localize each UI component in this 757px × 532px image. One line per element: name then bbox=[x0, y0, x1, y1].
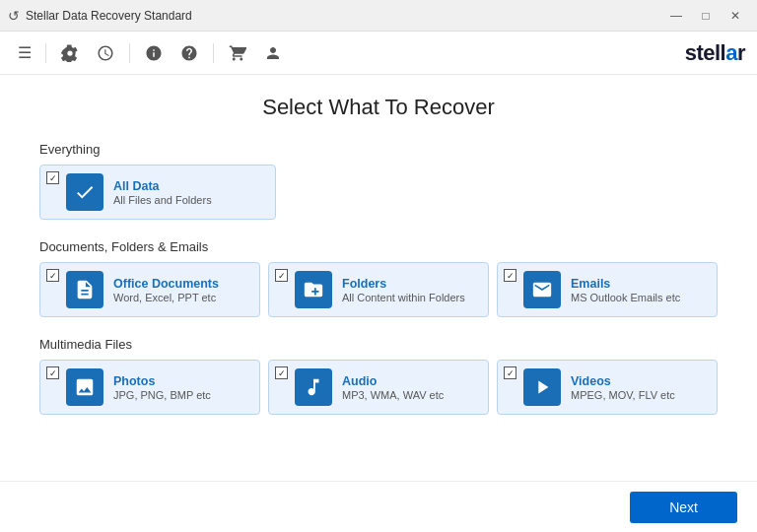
checkbox-folders[interactable] bbox=[275, 269, 288, 282]
card-photos[interactable]: Photos JPG, PNG, BMP etc bbox=[39, 360, 260, 415]
card-all-data[interactable]: All Data All Files and Folders bbox=[39, 165, 276, 220]
videos-text: Videos MPEG, MOV, FLV etc bbox=[571, 374, 675, 401]
window-controls: — □ ✕ bbox=[662, 6, 749, 26]
minimize-button[interactable]: — bbox=[662, 6, 690, 26]
photos-subtitle: JPG, PNG, BMP etc bbox=[113, 389, 211, 401]
audio-icon bbox=[303, 376, 324, 398]
footer: Next bbox=[0, 481, 757, 532]
cards-row-documents: Office Documents Word, Excel, PPT etc Fo… bbox=[39, 262, 718, 317]
app-icon: ↺ bbox=[8, 8, 20, 24]
menu-icon[interactable]: ☰ bbox=[12, 39, 37, 66]
all-data-text: All Data All Files and Folders bbox=[113, 179, 212, 206]
emails-icon-wrap bbox=[523, 271, 561, 308]
checkbox-all-data[interactable] bbox=[46, 171, 59, 184]
folders-icon-wrap bbox=[295, 271, 332, 308]
settings-button[interactable] bbox=[54, 37, 86, 69]
folders-title: Folders bbox=[342, 277, 465, 291]
section-label-multimedia: Multimedia Files bbox=[39, 337, 718, 352]
emails-title: Emails bbox=[571, 277, 680, 291]
all-data-icon-wrap bbox=[66, 173, 103, 211]
section-multimedia: Multimedia Files Photos JPG, PNG, BMP et… bbox=[39, 337, 718, 415]
emails-text: Emails MS Outlook Emails etc bbox=[571, 277, 680, 303]
all-data-title: All Data bbox=[113, 179, 212, 193]
checkbox-videos[interactable] bbox=[504, 366, 516, 379]
history-button[interactable] bbox=[90, 37, 121, 69]
checkmark-icon bbox=[74, 181, 96, 203]
audio-title: Audio bbox=[342, 374, 444, 388]
all-data-subtitle: All Files and Folders bbox=[113, 194, 212, 206]
card-emails[interactable]: Emails MS Outlook Emails etc bbox=[497, 262, 718, 317]
checkbox-photos[interactable] bbox=[46, 366, 59, 379]
card-office-docs[interactable]: Office Documents Word, Excel, PPT etc bbox=[39, 262, 260, 317]
checkbox-emails[interactable] bbox=[504, 269, 516, 282]
office-docs-title: Office Documents bbox=[113, 277, 219, 291]
title-bar-text: Stellar Data Recovery Standard bbox=[26, 9, 192, 23]
close-button[interactable]: ✕ bbox=[722, 6, 749, 26]
audio-icon-wrap bbox=[295, 368, 332, 406]
audio-text: Audio MP3, WMA, WAV etc bbox=[342, 374, 444, 401]
section-label-documents: Documents, Folders & Emails bbox=[39, 239, 718, 254]
info-button[interactable] bbox=[138, 37, 170, 69]
toolbar: ☰ stellar bbox=[0, 32, 757, 75]
card-folders[interactable]: Folders All Content within Folders bbox=[268, 262, 489, 317]
checkbox-audio[interactable] bbox=[275, 366, 288, 379]
title-bar: ↺ Stellar Data Recovery Standard — □ ✕ bbox=[0, 0, 757, 32]
photos-text: Photos JPG, PNG, BMP etc bbox=[113, 374, 211, 401]
office-docs-subtitle: Word, Excel, PPT etc bbox=[113, 292, 219, 303]
card-videos[interactable]: Videos MPEG, MOV, FLV etc bbox=[497, 360, 718, 415]
photos-icon-wrap bbox=[66, 368, 103, 406]
section-documents: Documents, Folders & Emails Office Docum… bbox=[39, 239, 718, 317]
separator-3 bbox=[213, 43, 214, 63]
audio-subtitle: MP3, WMA, WAV etc bbox=[342, 389, 444, 401]
folders-text: Folders All Content within Folders bbox=[342, 277, 465, 303]
help-button[interactable] bbox=[173, 37, 205, 69]
stellar-logo: stellar bbox=[685, 40, 745, 66]
email-icon bbox=[531, 279, 553, 300]
page-title: Select What To Recover bbox=[39, 95, 718, 120]
cards-row-everything: All Data All Files and Folders bbox=[39, 165, 718, 220]
document-icon bbox=[74, 279, 96, 300]
separator-1 bbox=[45, 43, 46, 63]
office-docs-text: Office Documents Word, Excel, PPT etc bbox=[113, 277, 219, 303]
cart-button[interactable] bbox=[222, 37, 253, 69]
section-label-everything: Everything bbox=[39, 142, 718, 157]
main-content: Select What To Recover Everything All Da… bbox=[0, 75, 757, 532]
maximize-button[interactable]: □ bbox=[692, 6, 720, 26]
photos-title: Photos bbox=[113, 374, 211, 388]
office-docs-icon-wrap bbox=[66, 271, 103, 308]
folder-icon bbox=[303, 279, 324, 300]
section-everything: Everything All Data All Files and Folder… bbox=[39, 142, 718, 220]
videos-icon-wrap bbox=[523, 368, 561, 406]
cards-row-multimedia: Photos JPG, PNG, BMP etc Audio MP3, WMA,… bbox=[39, 360, 718, 415]
videos-title: Videos bbox=[571, 374, 675, 388]
separator-2 bbox=[129, 43, 130, 63]
checkbox-office-docs[interactable] bbox=[46, 269, 59, 282]
account-button[interactable] bbox=[257, 37, 289, 69]
folders-subtitle: All Content within Folders bbox=[342, 292, 465, 303]
photo-icon bbox=[74, 376, 96, 398]
card-audio[interactable]: Audio MP3, WMA, WAV etc bbox=[268, 360, 489, 415]
next-button[interactable]: Next bbox=[630, 492, 737, 523]
videos-subtitle: MPEG, MOV, FLV etc bbox=[571, 389, 675, 401]
video-icon bbox=[531, 376, 553, 398]
emails-subtitle: MS Outlook Emails etc bbox=[571, 292, 680, 303]
